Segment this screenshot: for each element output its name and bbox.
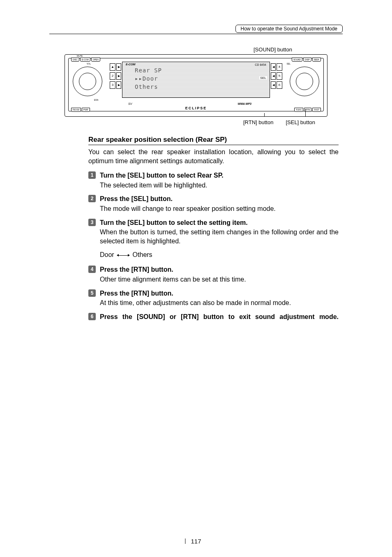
bottom-left-button-row: FM AM PWR xyxy=(71,108,90,112)
arrow-left-icon: ◀ xyxy=(271,81,276,89)
arrow-col-left: ▶ ▶ ▶ xyxy=(116,63,121,89)
screen-menu: Rear SP ▸▸Door Others xyxy=(135,66,162,91)
step-heading: Turn the [SEL] button to select the sett… xyxy=(100,218,339,227)
step-text: At this time, other adjustments can also… xyxy=(100,298,339,307)
cycle-order: Door Others xyxy=(100,251,339,259)
callout-rtn-button: [RTN] button xyxy=(243,119,273,125)
breadcrumb: How to operate the Sound Adjustment Mode xyxy=(235,25,343,33)
screen-row-door: ▸▸Door xyxy=(135,74,162,83)
preset-col-right: 4 5 6 xyxy=(277,63,282,89)
step-badge: 2 xyxy=(88,195,96,202)
header-bar: How to operate the Sound Adjustment Mode xyxy=(49,25,343,34)
preset-5: 5 xyxy=(277,72,282,80)
step-6: 6 Press the [SOUND] or [RTN] button to e… xyxy=(88,312,339,321)
screen-row-door-text: Door xyxy=(143,75,158,82)
arrow-left-icon: ◀ xyxy=(271,63,276,71)
step-badge: 4 xyxy=(88,266,96,273)
top-right-button-row: SOUND DISP SEEK xyxy=(292,58,321,62)
step-text: Other time alignment items can be set at… xyxy=(100,275,339,284)
ecom-button: E-COM xyxy=(80,58,90,62)
arrow-right-icon: ▶ xyxy=(116,81,121,89)
callout-sound-button: [SOUND] button xyxy=(254,46,327,53)
step-heading: Press the [RTN] button. xyxy=(100,289,339,298)
preset-4: 4 xyxy=(277,63,282,71)
fast-button: FAST xyxy=(312,108,321,112)
disc-button: DISC xyxy=(71,58,79,62)
screen-row-others: Others xyxy=(135,83,162,91)
screen-row-rear-sp: Rear SP xyxy=(135,66,162,74)
preset-6: 6 xyxy=(277,81,282,89)
leader-line xyxy=(264,113,265,117)
open-button: OPEN xyxy=(91,58,100,62)
car-stereo-illustration: MUTE DISC E-COM OPEN SOUND DISP SEEK VOL… xyxy=(65,54,327,117)
step-badge: 1 xyxy=(88,171,96,179)
preset-2: 2 xyxy=(110,72,115,80)
step-heading: Press the [RTN] button. xyxy=(100,265,339,274)
preset-1: ▲ 1 xyxy=(110,63,115,71)
section-intro: You can select the rear speaker installa… xyxy=(88,148,339,165)
arrow-right-icon: ▶ xyxy=(116,72,121,80)
screen-sel-tag: SEL xyxy=(259,76,267,80)
sound-button: SOUND xyxy=(292,58,302,62)
step-4: 4 Press the [RTN] button. Other time ali… xyxy=(88,265,339,284)
volume-knob-icon xyxy=(73,67,102,96)
step-2: 2 Press the [SEL] button. The mode will … xyxy=(88,194,339,213)
mute-label: MUTE xyxy=(77,55,83,57)
content-body: Rear speaker position selection (Rear SP… xyxy=(88,136,339,321)
step-text: When the button is turned, the setting i… xyxy=(100,228,339,245)
bottom-right-button-row: FUNC RTN FAST xyxy=(294,108,321,112)
func-button: FUNC xyxy=(294,108,303,112)
arrow-right-icon: ▶ xyxy=(116,63,121,71)
wma-mp3-label: WMA MP3 xyxy=(238,102,251,105)
step-text: The selected item will be highlighted. xyxy=(100,181,339,190)
step-heading: Press the [SOUND] or [RTN] button to exi… xyxy=(100,312,339,321)
cycle-item-door: Door xyxy=(100,251,114,258)
arrow-left-icon: ◀ xyxy=(271,72,276,80)
step-text: The mode will change to rear speaker pos… xyxy=(100,204,339,213)
step-heading: Turn the [SEL] button to select Rear SP. xyxy=(100,171,339,180)
preset-3: 3 xyxy=(110,81,115,89)
vol-label: VOL xyxy=(87,62,91,65)
leader-line xyxy=(305,109,306,117)
step-badge: 6 xyxy=(88,313,96,320)
pwr-button: PWR xyxy=(82,108,90,112)
arrow-col-right: ◀ ◀ ◀ xyxy=(271,63,276,89)
step-3: 3 Turn the [SEL] button to select the se… xyxy=(88,218,339,246)
page: How to operate the Sound Adjustment Mode… xyxy=(0,0,392,557)
sel-knob-icon xyxy=(290,67,319,96)
eclipse-logo: ECLIPSE xyxy=(185,106,207,110)
top-left-button-row: DISC E-COM OPEN xyxy=(71,58,100,62)
sv-label: SV xyxy=(128,102,132,105)
fm-am-button: FM AM xyxy=(71,108,81,112)
page-number: 117 xyxy=(191,538,201,545)
screen-brand-label: E-COM xyxy=(126,63,135,66)
preset-col-left: ▲ 1 2 3 xyxy=(110,63,115,89)
step-badge: 5 xyxy=(88,289,96,297)
step-1: 1 Turn the [SEL] button to select Rear S… xyxy=(88,171,339,190)
esn-label: ESN xyxy=(94,99,98,101)
disp-button: DISP xyxy=(303,58,311,62)
callout-sel-button: [SEL] button xyxy=(286,119,315,125)
screen-model-label: CD 8454 xyxy=(255,63,266,66)
device-faceplate: MUTE DISC E-COM OPEN SOUND DISP SEEK VOL… xyxy=(68,58,324,111)
step-badge: 3 xyxy=(88,219,96,226)
step-heading: Press the [SEL] button. xyxy=(100,194,339,203)
lcd-screen: E-COM CD 8454 Rear SP ▸▸Door Others SEL xyxy=(122,62,270,98)
sel-knob-label: SEL xyxy=(287,62,291,65)
seek-button: SEEK xyxy=(312,58,321,62)
cycle-item-others: Others xyxy=(133,251,152,258)
section-title: Rear speaker position selection (Rear SP… xyxy=(88,136,339,145)
bottom-callouts: [RTN] button [SEL] button xyxy=(65,119,327,125)
step-5: 5 Press the [RTN] button. At this time, … xyxy=(88,289,339,307)
device-diagram: [SOUND] button MUTE DISC E-COM OPEN SOUN… xyxy=(65,46,327,125)
